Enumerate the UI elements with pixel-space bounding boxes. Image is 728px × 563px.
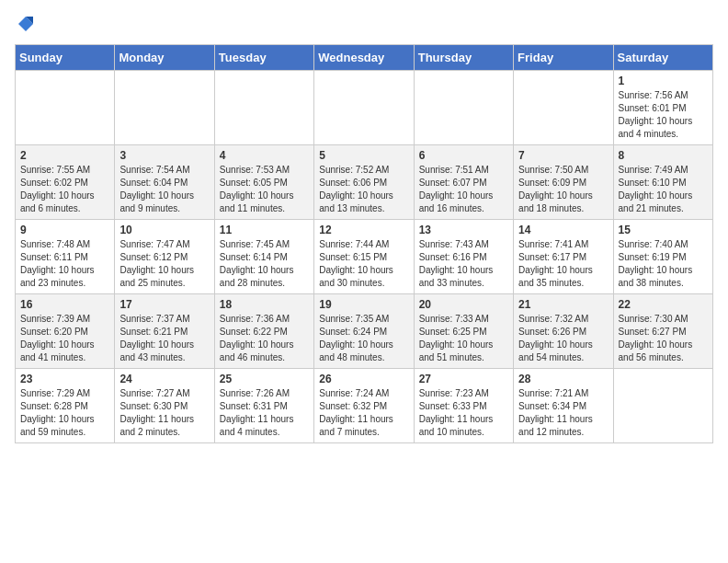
day-info: Sunrise: 7:52 AM Sunset: 6:06 PM Dayligh…	[319, 164, 408, 215]
day-info: Sunrise: 7:36 AM Sunset: 6:22 PM Dayligh…	[220, 313, 309, 364]
day-number: 25	[220, 373, 309, 385]
calendar-cell: 18Sunrise: 7:36 AM Sunset: 6:22 PM Dayli…	[214, 294, 313, 369]
calendar-cell	[314, 71, 414, 145]
day-info: Sunrise: 7:49 AM Sunset: 6:10 PM Dayligh…	[619, 164, 708, 215]
calendar-cell: 22Sunrise: 7:30 AM Sunset: 6:27 PM Dayli…	[613, 294, 712, 369]
day-info: Sunrise: 7:26 AM Sunset: 6:31 PM Dayligh…	[220, 387, 309, 439]
day-number: 21	[518, 298, 608, 311]
calendar-cell	[16, 71, 115, 145]
calendar-cell: 27Sunrise: 7:23 AM Sunset: 6:33 PM Dayli…	[414, 369, 513, 443]
day-number: 27	[419, 373, 508, 385]
day-number: 26	[319, 373, 408, 385]
day-info: Sunrise: 7:47 AM Sunset: 6:12 PM Dayligh…	[119, 238, 209, 290]
day-number: 10	[119, 224, 209, 236]
day-info: Sunrise: 7:55 AM Sunset: 6:02 PM Dayligh…	[20, 164, 109, 215]
day-info: Sunrise: 7:56 AM Sunset: 6:01 PM Dayligh…	[619, 89, 708, 141]
logo	[15, 15, 35, 37]
day-number: 14	[518, 224, 608, 236]
day-info: Sunrise: 7:29 AM Sunset: 6:28 PM Dayligh…	[20, 387, 109, 439]
column-header-friday: Friday	[514, 45, 613, 71]
day-info: Sunrise: 7:21 AM Sunset: 6:34 PM Dayligh…	[518, 387, 608, 439]
calendar-cell: 15Sunrise: 7:40 AM Sunset: 6:19 PM Dayli…	[613, 220, 712, 294]
day-number: 4	[220, 149, 309, 162]
day-info: Sunrise: 7:44 AM Sunset: 6:15 PM Dayligh…	[319, 238, 408, 290]
day-info: Sunrise: 7:45 AM Sunset: 6:14 PM Dayligh…	[220, 238, 309, 290]
day-number: 18	[220, 298, 309, 311]
calendar-cell: 6Sunrise: 7:51 AM Sunset: 6:07 PM Daylig…	[414, 145, 513, 220]
calendar-cell: 9Sunrise: 7:48 AM Sunset: 6:11 PM Daylig…	[16, 220, 115, 294]
calendar-cell: 3Sunrise: 7:54 AM Sunset: 6:04 PM Daylig…	[115, 145, 214, 220]
day-number: 12	[319, 224, 408, 236]
logo-icon	[17, 15, 35, 33]
calendar-cell	[414, 71, 513, 145]
day-number: 11	[220, 224, 309, 236]
calendar-week-row: 1Sunrise: 7:56 AM Sunset: 6:01 PM Daylig…	[16, 71, 713, 145]
calendar-cell: 10Sunrise: 7:47 AM Sunset: 6:12 PM Dayli…	[115, 220, 214, 294]
calendar-cell	[214, 71, 313, 145]
column-header-thursday: Thursday	[414, 45, 513, 71]
column-header-sunday: Sunday	[16, 45, 115, 71]
calendar-week-row: 23Sunrise: 7:29 AM Sunset: 6:28 PM Dayli…	[16, 369, 713, 443]
day-number: 7	[518, 149, 608, 162]
day-info: Sunrise: 7:48 AM Sunset: 6:11 PM Dayligh…	[20, 238, 109, 290]
day-number: 17	[119, 298, 209, 311]
calendar-week-row: 9Sunrise: 7:48 AM Sunset: 6:11 PM Daylig…	[16, 220, 713, 294]
calendar-cell: 26Sunrise: 7:24 AM Sunset: 6:32 PM Dayli…	[314, 369, 414, 443]
day-number: 3	[119, 149, 209, 162]
calendar-cell: 7Sunrise: 7:50 AM Sunset: 6:09 PM Daylig…	[514, 145, 613, 220]
column-header-tuesday: Tuesday	[214, 45, 313, 71]
calendar-header-row: SundayMondayTuesdayWednesdayThursdayFrid…	[16, 45, 713, 71]
calendar-cell: 19Sunrise: 7:35 AM Sunset: 6:24 PM Dayli…	[314, 294, 414, 369]
day-info: Sunrise: 7:43 AM Sunset: 6:16 PM Dayligh…	[419, 238, 508, 290]
calendar-cell: 21Sunrise: 7:32 AM Sunset: 6:26 PM Dayli…	[514, 294, 613, 369]
calendar-cell: 5Sunrise: 7:52 AM Sunset: 6:06 PM Daylig…	[314, 145, 414, 220]
day-info: Sunrise: 7:33 AM Sunset: 6:25 PM Dayligh…	[419, 313, 508, 364]
day-number: 19	[319, 298, 408, 311]
day-info: Sunrise: 7:41 AM Sunset: 6:17 PM Dayligh…	[518, 238, 608, 290]
day-info: Sunrise: 7:24 AM Sunset: 6:32 PM Dayligh…	[319, 387, 408, 439]
day-info: Sunrise: 7:51 AM Sunset: 6:07 PM Dayligh…	[419, 164, 508, 215]
calendar-cell: 24Sunrise: 7:27 AM Sunset: 6:30 PM Dayli…	[115, 369, 214, 443]
calendar-cell	[115, 71, 214, 145]
day-info: Sunrise: 7:37 AM Sunset: 6:21 PM Dayligh…	[119, 313, 209, 364]
calendar-cell: 12Sunrise: 7:44 AM Sunset: 6:15 PM Dayli…	[314, 220, 414, 294]
column-header-monday: Monday	[115, 45, 214, 71]
day-number: 1	[619, 75, 708, 87]
calendar-cell: 4Sunrise: 7:53 AM Sunset: 6:05 PM Daylig…	[214, 145, 313, 220]
calendar-cell: 8Sunrise: 7:49 AM Sunset: 6:10 PM Daylig…	[613, 145, 712, 220]
day-info: Sunrise: 7:40 AM Sunset: 6:19 PM Dayligh…	[619, 238, 708, 290]
day-info: Sunrise: 7:30 AM Sunset: 6:27 PM Dayligh…	[619, 313, 708, 364]
calendar-week-row: 16Sunrise: 7:39 AM Sunset: 6:20 PM Dayli…	[16, 294, 713, 369]
day-number: 9	[20, 224, 109, 236]
day-info: Sunrise: 7:54 AM Sunset: 6:04 PM Dayligh…	[119, 164, 209, 215]
day-info: Sunrise: 7:39 AM Sunset: 6:20 PM Dayligh…	[20, 313, 109, 364]
day-number: 5	[319, 149, 408, 162]
calendar-cell: 14Sunrise: 7:41 AM Sunset: 6:17 PM Dayli…	[514, 220, 613, 294]
page-header	[15, 15, 713, 37]
day-number: 15	[619, 224, 708, 236]
calendar-cell: 2Sunrise: 7:55 AM Sunset: 6:02 PM Daylig…	[16, 145, 115, 220]
day-number: 13	[419, 224, 508, 236]
calendar-cell: 1Sunrise: 7:56 AM Sunset: 6:01 PM Daylig…	[613, 71, 712, 145]
day-number: 16	[20, 298, 109, 311]
calendar-table: SundayMondayTuesdayWednesdayThursdayFrid…	[15, 44, 713, 443]
calendar-cell: 11Sunrise: 7:45 AM Sunset: 6:14 PM Dayli…	[214, 220, 313, 294]
day-number: 6	[419, 149, 508, 162]
day-info: Sunrise: 7:35 AM Sunset: 6:24 PM Dayligh…	[319, 313, 408, 364]
column-header-saturday: Saturday	[613, 45, 712, 71]
day-info: Sunrise: 7:23 AM Sunset: 6:33 PM Dayligh…	[419, 387, 508, 439]
day-info: Sunrise: 7:27 AM Sunset: 6:30 PM Dayligh…	[119, 387, 209, 439]
day-number: 20	[419, 298, 508, 311]
day-number: 8	[619, 149, 708, 162]
calendar-cell	[613, 369, 712, 443]
day-number: 2	[20, 149, 109, 162]
calendar-cell: 16Sunrise: 7:39 AM Sunset: 6:20 PM Dayli…	[16, 294, 115, 369]
calendar-cell: 17Sunrise: 7:37 AM Sunset: 6:21 PM Dayli…	[115, 294, 214, 369]
calendar-cell: 23Sunrise: 7:29 AM Sunset: 6:28 PM Dayli…	[16, 369, 115, 443]
day-info: Sunrise: 7:32 AM Sunset: 6:26 PM Dayligh…	[518, 313, 608, 364]
calendar-cell	[514, 71, 613, 145]
day-info: Sunrise: 7:50 AM Sunset: 6:09 PM Dayligh…	[518, 164, 608, 215]
day-number: 24	[119, 373, 209, 385]
calendar-week-row: 2Sunrise: 7:55 AM Sunset: 6:02 PM Daylig…	[16, 145, 713, 220]
column-header-wednesday: Wednesday	[314, 45, 414, 71]
